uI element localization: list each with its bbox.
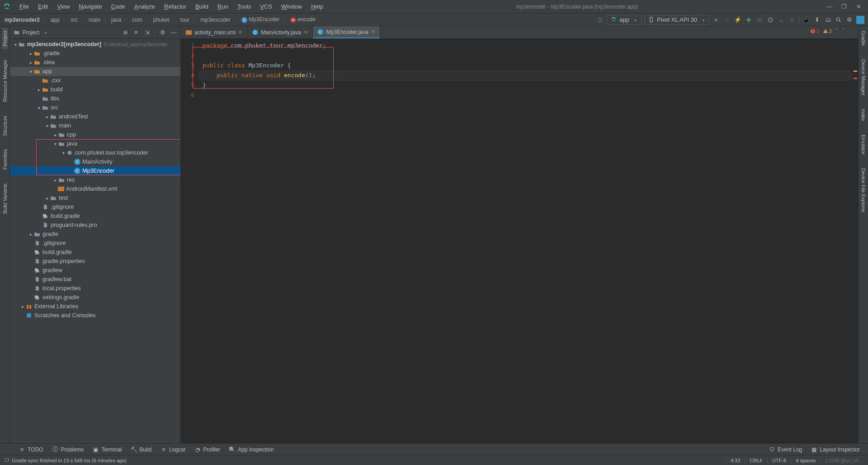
caret-position[interactable]: 4:33 [726, 458, 745, 463]
maximize-button[interactable]: ❐ [841, 4, 847, 10]
menu-file[interactable]: File [15, 1, 33, 12]
tree-root[interactable]: ▾mp3encoder2 [mp3encoder]D:\Android_app\… [10, 40, 180, 49]
tree-item[interactable]: proguard-rules.pro [10, 221, 180, 230]
breadcrumb-item[interactable]: com [131, 17, 143, 23]
tree-item[interactable]: 🐘build.gradle [10, 211, 180, 221]
stop-button[interactable]: ■ [788, 16, 796, 24]
gear-icon[interactable]: ⚙ [160, 29, 166, 36]
menu-window[interactable]: Window [277, 1, 306, 12]
menu-navigate[interactable]: Navigate [75, 1, 106, 12]
code-line[interactable]: public native void encode(); [199, 70, 852, 80]
breadcrumb-item[interactable]: CMp3Encoder [241, 16, 280, 23]
bottom-tab-event-log[interactable]: 🗨Event Log [764, 445, 807, 455]
collapse-all-icon[interactable]: ⇲ [144, 29, 150, 36]
tree-item[interactable]: libs [10, 94, 180, 103]
menu-run[interactable]: Run [213, 1, 232, 12]
project-tree[interactable]: ▾mp3encoder2 [mp3encoder]D:\Android_app\… [10, 39, 180, 443]
bottom-tab-layout-inspector[interactable]: ▦Layout Inspector [807, 445, 864, 455]
right-tab-make[interactable]: make [861, 106, 866, 124]
tree-item[interactable]: local.properties [10, 284, 180, 293]
tree-item[interactable]: ▾src [10, 103, 180, 112]
search-icon[interactable] [835, 16, 843, 24]
right-tab-gradle[interactable]: Gradle [861, 28, 866, 48]
resource-manager-icon[interactable]: 🗂 [824, 16, 832, 24]
tree-item[interactable]: CMainActivity [10, 157, 180, 166]
editor-tab[interactable]: CMp3Encoder.java✕ [313, 26, 380, 38]
breadcrumb-item[interactable]: tour [179, 17, 191, 23]
close-tab-icon[interactable]: ✕ [304, 29, 308, 35]
left-tab-favorites[interactable]: Favorites [2, 146, 8, 172]
tree-item[interactable]: ▸▮▮External Libraries [10, 302, 180, 311]
left-tab-structure[interactable]: Structure [2, 113, 8, 139]
close-tab-icon[interactable]: ✕ [371, 29, 375, 35]
menu-refactor[interactable]: Refactor [160, 1, 190, 12]
debug-button[interactable] [745, 16, 753, 24]
left-tab-build-variants[interactable]: Build Variants [2, 181, 8, 216]
tree-item[interactable]: .gitignore [10, 202, 180, 211]
android-icon[interactable] [777, 16, 785, 24]
settings-icon[interactable]: ⚙ [845, 16, 854, 24]
menu-help[interactable]: Help [307, 1, 327, 12]
tree-item[interactable]: ▾java [10, 139, 180, 148]
tree-item[interactable]: .cxx [10, 76, 180, 85]
menu-view[interactable]: View [53, 1, 74, 12]
chevron-up-icon[interactable]: ˄ [835, 28, 838, 34]
sdk-manager-icon[interactable]: ⬇ [813, 16, 821, 24]
close-button[interactable]: ✕ [855, 4, 862, 10]
tree-item[interactable]: ▾app [10, 67, 180, 76]
breadcrumb-item[interactable]: src [70, 17, 79, 23]
tree-item[interactable]: 🐘gradlew [10, 266, 180, 275]
tree-item[interactable]: ▸res [10, 175, 180, 184]
inspection-summary[interactable]: 1 2 ˄ ˅ [810, 28, 844, 34]
apply-changes-icon[interactable]: ↻ [723, 16, 731, 24]
bottom-tab-build[interactable]: 🔨Build [127, 445, 156, 455]
tree-item[interactable]: ▸test [10, 193, 180, 202]
apply-code-icon[interactable]: ⚡ [734, 16, 742, 24]
expand-all-icon[interactable]: ≡ [133, 29, 139, 36]
tree-item[interactable]: ▾main [10, 121, 180, 130]
tree-item[interactable]: 🐘settings.gradle [10, 293, 180, 302]
tree-item[interactable]: AndroidManifest.xml [10, 184, 180, 193]
right-tab-emulator[interactable]: Emulator [861, 132, 866, 157]
chevron-down-icon[interactable]: ˅ [842, 28, 844, 34]
breadcrumb-item[interactable]: mp3encoder [199, 17, 231, 23]
breadcrumb-item[interactable]: phuket [152, 17, 170, 23]
close-tab-icon[interactable]: ✕ [238, 29, 242, 35]
breadcrumb-item[interactable]: app [50, 17, 61, 23]
menu-build[interactable]: Build [191, 1, 212, 12]
breadcrumb-item[interactable]: java [110, 17, 122, 23]
avd-manager-icon[interactable]: 📱 [802, 16, 810, 24]
code-line[interactable]: } [199, 80, 852, 90]
code-line[interactable]: package com.phuket.tour.mp3encoder; [199, 41, 852, 51]
indent-setting[interactable]: 4 spaces [791, 458, 820, 463]
code-line[interactable] [199, 90, 852, 100]
line-separator[interactable]: CRLF [745, 458, 767, 463]
tree-item[interactable]: Scratches and Consoles [10, 311, 180, 320]
menu-analyze[interactable]: Analyze [130, 1, 159, 12]
locate-icon[interactable]: ⊕ [122, 29, 128, 36]
menu-edit[interactable]: Edit [34, 1, 52, 12]
menu-vcs[interactable]: VCS [256, 1, 276, 12]
left-tab-project[interactable]: Project [2, 28, 8, 49]
breadcrumb-item[interactable]: mp3encoder2 [4, 17, 41, 23]
bottom-tab-terminal[interactable]: ▣Terminal [88, 445, 126, 455]
bottom-tab-profiler[interactable]: ◔Profiler [190, 445, 225, 455]
minimize-button[interactable]: ― [826, 4, 833, 10]
tree-item[interactable]: ▸.idea [10, 58, 180, 67]
code-line[interactable]: public class Mp3Encoder { [199, 61, 852, 70]
hide-icon[interactable]: — [170, 29, 177, 36]
tree-item[interactable]: ▸build [10, 85, 180, 94]
tree-item[interactable]: .gitignore [10, 239, 180, 248]
run-config-selector[interactable]: app [607, 15, 642, 25]
bottom-tab-problems[interactable]: ⓘProblems [47, 445, 88, 455]
assistant-icon[interactable] [856, 16, 864, 24]
editor-tab[interactable]: activity_main.xml✕ [181, 26, 247, 38]
marker-strip[interactable] [852, 39, 858, 443]
bottom-tab-logcat[interactable]: ≡Logcat [156, 445, 190, 455]
bottom-tab-todo[interactable]: ≡TODO [14, 445, 47, 455]
code-line[interactable] [199, 51, 852, 61]
coverage-icon[interactable]: ▦ [755, 16, 764, 24]
editor-tab[interactable]: CMainActivity.java✕ [247, 26, 312, 38]
tree-item[interactable]: gradlew.bat [10, 275, 180, 284]
tree-item[interactable]: ▸androidTest [10, 112, 180, 121]
